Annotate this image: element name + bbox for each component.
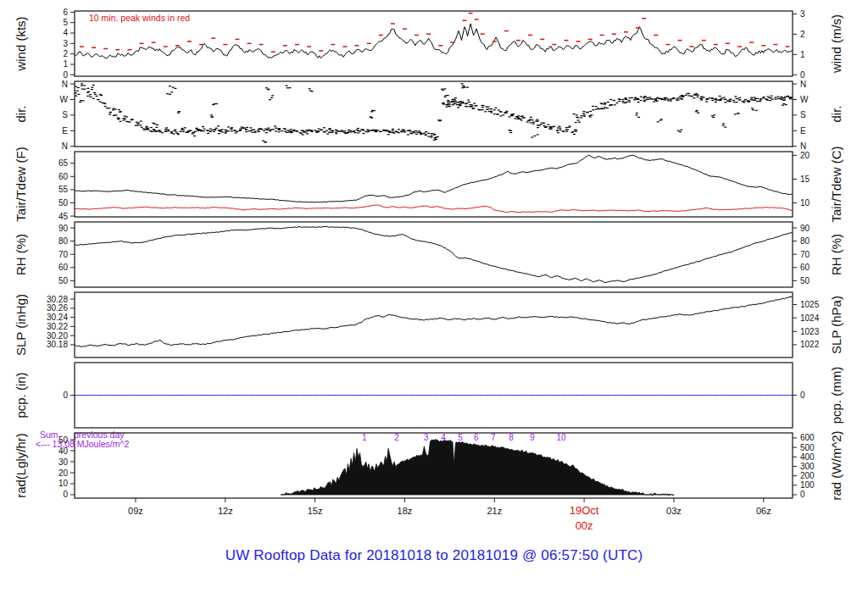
panel-rad: Sumprevious day<--- 13.08 MJoules/m^2123… <box>14 430 843 501</box>
rad-hour-marker-2: 2 <box>394 433 399 442</box>
series-relative-humidity <box>75 226 793 282</box>
ytick-left-label: 90 <box>58 224 69 233</box>
ytick-right-label: 500 <box>800 443 815 452</box>
ylabel-right-rad: rad (W/m^2) <box>829 430 843 500</box>
panel-slp-border <box>75 292 793 357</box>
ytick-left-label: 5 <box>63 18 68 27</box>
rad-hour-marker-9: 9 <box>530 433 535 442</box>
panel-rh-plot-area <box>75 226 793 282</box>
ylabel-right-slp: SLP (hPa) <box>829 296 843 354</box>
ytick-right-label: 400 <box>800 452 815 462</box>
series-solar-radiation <box>281 439 674 496</box>
panel-dir: NWSENNWSENdir.dir. <box>14 80 843 152</box>
rad-hour-marker-8: 8 <box>509 433 514 442</box>
panel-rh: 50607080905060708090RH (%)RH (%) <box>14 222 843 287</box>
xtick-label-15z: 15z <box>308 506 323 516</box>
ytick-right-label: 300 <box>800 462 815 471</box>
ytick-left-label: 80 <box>58 236 69 246</box>
ylabel-left-wind: wind (kts) <box>14 16 28 71</box>
ytick-left-label: S <box>62 110 68 119</box>
series-tair <box>75 155 793 202</box>
series-tdew <box>75 205 793 213</box>
ytick-right-label: 100 <box>800 480 815 490</box>
xtick-label-09z: 09z <box>128 506 143 516</box>
ytick-left-label: 1 <box>63 59 68 69</box>
ytick-left-label: 0 <box>63 490 68 499</box>
ytick-right-label: W <box>800 95 809 104</box>
rad-hour-marker-10: 10 <box>556 433 566 442</box>
ytick-left-label: 50 <box>58 198 69 208</box>
ylabel-left-slp: SLP (inHg) <box>14 294 28 356</box>
rad-hour-marker-7: 7 <box>491 433 496 442</box>
ytick-right-label: N <box>800 141 806 151</box>
panel-slp-plot-area <box>75 296 793 346</box>
ytick-left-label: 70 <box>58 250 69 259</box>
ytick-right-label: N <box>800 80 806 89</box>
panel-rad-plot-area <box>281 439 674 496</box>
xtick-label-06z: 06z <box>756 506 771 516</box>
panel-slp: 30.1830.2030.2230.2430.2630.281022102310… <box>14 292 843 357</box>
ytick-left-label: 30.24 <box>47 313 68 322</box>
ytick-right-label: 1024 <box>800 313 820 323</box>
ytick-left-label: 0 <box>63 70 68 80</box>
rad-hour-marker-3: 3 <box>424 433 429 442</box>
ytick-left-label: 30.26 <box>47 303 68 313</box>
ytick-left-label: 2 <box>63 49 68 58</box>
xtick-label-12z: 12z <box>218 506 233 516</box>
panel-tair-tdew-plot-area <box>75 155 793 213</box>
ylabel-right-dir: dir. <box>829 105 843 122</box>
ytick-left-label: W <box>60 95 69 104</box>
ytick-left-label: 30.20 <box>47 331 68 341</box>
ylabel-right-tair-tdew: Tair/Tdew (C) <box>829 146 843 222</box>
panel-dir-border <box>75 81 793 147</box>
ytick-left-label: 45 <box>58 212 69 221</box>
ylabel-right-wind: wind (m/s) <box>829 14 843 74</box>
ytick-right-label: 70 <box>800 250 810 259</box>
ytick-left-label: 3 <box>63 39 68 48</box>
ylabel-right-pcp: pcp. (mm) <box>829 367 843 424</box>
ytick-right-label: 1023 <box>800 327 820 336</box>
ytick-left-label: 60 <box>58 172 69 181</box>
ytick-right-label: 15 <box>800 175 810 184</box>
ytick-right-label: 3 <box>800 9 805 19</box>
ytick-right-label: 80 <box>800 236 810 246</box>
panel-dir-plot-area <box>72 83 796 142</box>
ytick-right-label: E <box>800 126 806 136</box>
ytick-right-label: 0 <box>800 490 805 499</box>
ytick-left-label: 4 <box>63 28 68 37</box>
ytick-left-label: 30.22 <box>47 322 68 331</box>
ytick-right-label: 60 <box>800 263 810 272</box>
x-axis: 09z12z15z18z21z19Oct00z03z06z <box>128 498 771 532</box>
annotation-rad-2: <--- 13.08 MJoules/m^2 <box>36 439 129 449</box>
ylabel-right-rh: RH (%) <box>829 234 843 275</box>
ytick-left-label: N <box>62 141 68 151</box>
ytick-left-label: 20 <box>58 468 69 478</box>
ytick-left-label: 60 <box>58 263 69 272</box>
series-wind-direction <box>72 83 796 142</box>
ylabel-left-rh: RH (%) <box>14 234 28 275</box>
rad-hour-marker-4: 4 <box>441 433 446 442</box>
ylabel-left-pcp: pcp. (in) <box>14 372 28 418</box>
rooftop-multipanel-plot: 10 min. peak winds in red01234560123wind… <box>0 0 868 593</box>
ytick-right-label: 1 <box>800 50 805 59</box>
series-sea-level-pressure <box>75 296 793 346</box>
figure-title: UW Rooftop Data for 20181018 to 20181019… <box>0 547 868 564</box>
ytick-left-label: 10 <box>58 479 69 488</box>
ytick-left-label: N <box>62 80 68 89</box>
ytick-left-label: 50 <box>58 435 69 445</box>
ytick-left-label: 0 <box>63 391 68 400</box>
xtick-label-18z: 18z <box>398 506 413 516</box>
ytick-right-label: 0 <box>800 391 805 400</box>
xtick-label-00z: 00z <box>576 519 593 532</box>
ytick-right-label: 20 <box>800 151 810 160</box>
ytick-left-label: 65 <box>58 158 69 168</box>
ytick-left-label: 30 <box>58 457 69 467</box>
page-background: 10 min. peak winds in red01234560123wind… <box>0 0 868 593</box>
ytick-right-label: 50 <box>800 276 810 285</box>
rad-hour-marker-6: 6 <box>474 433 479 442</box>
ytick-left-label: 55 <box>58 185 69 194</box>
panel-rh-border <box>75 222 793 287</box>
ytick-right-label: 600 <box>800 433 815 442</box>
ytick-left-label: 6 <box>63 8 68 17</box>
ytick-left-label: 30.28 <box>47 295 68 304</box>
